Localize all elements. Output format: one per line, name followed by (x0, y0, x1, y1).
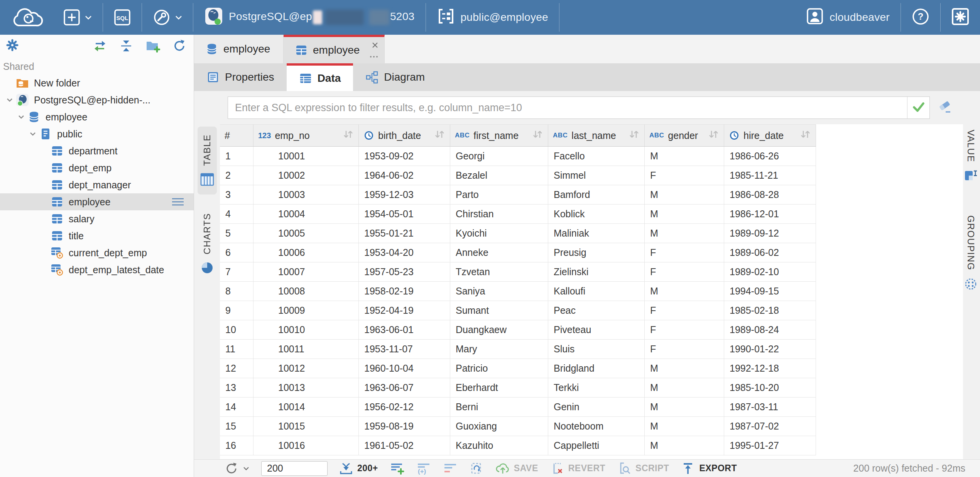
data-cell[interactable]: M (645, 282, 724, 301)
data-cell[interactable]: Peac (548, 301, 645, 320)
tree-item-dept-emp-latest-date[interactable]: dept_emp_latest_date (0, 261, 194, 278)
data-cell[interactable]: Anneke (450, 243, 548, 262)
data-cell[interactable]: 1957-05-23 (359, 262, 450, 281)
data-cell[interactable]: 1964-06-02 (359, 166, 450, 185)
data-cell[interactable]: M (645, 205, 724, 223)
chevron-down-icon[interactable] (15, 112, 27, 122)
data-cell[interactable]: 1989-06-02 (724, 243, 816, 262)
sort-icon[interactable] (708, 129, 719, 142)
data-cell[interactable]: 1987-07-02 (724, 417, 816, 436)
data-cell[interactable]: M (645, 224, 724, 243)
data-cell[interactable]: 10008 (253, 282, 359, 301)
editor-tab-employee[interactable]: employee (284, 35, 385, 63)
tree-item-department[interactable]: department (0, 142, 194, 159)
add-row-button[interactable] (384, 460, 410, 477)
data-cell[interactable]: F (645, 301, 724, 320)
tree-item-new-folder[interactable]: New folder (0, 74, 194, 91)
data-cell[interactable]: Bridgland (548, 359, 645, 378)
sort-icon[interactable] (342, 129, 354, 142)
data-cell[interactable]: Terkki (548, 378, 645, 397)
sort-icon[interactable] (628, 129, 640, 142)
sql-editor-button[interactable]: SQL (105, 0, 139, 35)
data-cell[interactable]: M (645, 436, 724, 455)
data-cell[interactable]: Eberhardt (450, 378, 548, 397)
item-menu-icon[interactable] (171, 196, 185, 210)
data-cell[interactable]: Nooteboom (548, 417, 645, 436)
data-cell[interactable]: 1985-11-21 (724, 166, 816, 185)
export-button[interactable]: EXPORT (675, 460, 743, 477)
connection-selector[interactable]: PostgreSQL@ep5203 (196, 0, 423, 35)
data-cell[interactable]: 1952-04-19 (359, 301, 450, 320)
gear-blue-button[interactable] (5, 38, 19, 52)
data-cell[interactable]: Cappelletti (548, 436, 645, 455)
data-cell[interactable]: 1959-08-19 (359, 417, 450, 436)
tree-item-dept-manager[interactable]: dept_manager (0, 176, 194, 193)
data-cell[interactable]: 10016 (253, 436, 359, 455)
data-cell[interactable]: Kazuhito (450, 436, 548, 455)
schema-selector[interactable]: public@employee (428, 0, 557, 35)
data-cell[interactable]: F (645, 243, 724, 262)
data-cell[interactable]: Genin (548, 398, 645, 416)
presentation-tab-table[interactable]: TABLE (198, 127, 217, 195)
data-cell[interactable]: 1954-05-01 (359, 205, 450, 223)
data-cell[interactable]: Saniya (450, 282, 548, 301)
more-icon[interactable] (369, 49, 379, 62)
chevron-down-icon[interactable] (4, 95, 15, 105)
tree-item-postgresql-ep-hidden-[interactable]: PostgreSQL@ep-hidden-... (0, 91, 194, 108)
data-cell[interactable]: 10006 (253, 243, 359, 262)
data-cell[interactable]: 1959-12-03 (359, 185, 450, 204)
data-cell[interactable]: 1963-06-01 (359, 320, 450, 339)
tree-item-current-dept-emp[interactable]: current_dept_emp (0, 244, 194, 261)
data-cell[interactable]: Facello (548, 147, 645, 166)
data-cell[interactable]: 10011 (253, 340, 359, 359)
data-cell[interactable]: 10001 (253, 147, 359, 166)
refresh-button[interactable] (172, 39, 187, 53)
tree-item-dept-emp[interactable]: dept_emp (0, 159, 194, 176)
data-cell[interactable]: 10015 (253, 417, 359, 436)
data-cell[interactable]: M (645, 147, 724, 166)
data-cell[interactable]: Koblick (548, 205, 645, 223)
tree-item-public[interactable]: public (0, 125, 194, 142)
data-cell[interactable]: Duangkaew (450, 320, 548, 339)
sort-icon[interactable] (799, 129, 811, 142)
data-cell[interactable]: 1953-09-02 (359, 147, 450, 166)
settings-button[interactable] (943, 0, 980, 35)
data-cell[interactable]: 10003 (253, 185, 359, 204)
tree-item-salary[interactable]: salary (0, 210, 194, 227)
collapse-all-button[interactable] (119, 39, 133, 53)
column-header-last_name[interactable]: ABClast_name (548, 125, 645, 146)
data-cell[interactable]: 1989-09-12 (724, 224, 816, 243)
sort-icon[interactable] (434, 129, 445, 142)
data-cell[interactable]: Chirstian (450, 205, 548, 223)
data-cell[interactable]: Berni (450, 398, 548, 416)
column-header-first_name[interactable]: ABCfirst_name (450, 125, 548, 146)
chevron-down-icon[interactable] (27, 129, 39, 139)
data-cell[interactable]: Sluis (548, 340, 645, 359)
data-cell[interactable]: 10009 (253, 301, 359, 320)
duplicate-row-button[interactable]: (+) (410, 460, 437, 477)
tree-item-title[interactable]: title (0, 227, 194, 244)
data-cell[interactable]: 1989-02-10 (724, 262, 816, 281)
data-cell[interactable]: Tzvetan (450, 262, 548, 281)
new-folder-button[interactable] (145, 39, 161, 53)
help-button[interactable]: ? (903, 0, 938, 35)
new-connection-button[interactable] (55, 0, 100, 35)
data-cell[interactable]: 1985-10-20 (724, 378, 816, 397)
cloudbeaver-logo[interactable] (8, 4, 46, 31)
data-cell[interactable]: M (645, 417, 724, 436)
sync-arrows-button[interactable] (93, 39, 107, 53)
data-cell[interactable]: Piveteau (548, 320, 645, 339)
data-cell[interactable]: M (645, 359, 724, 378)
data-cell[interactable]: M (645, 378, 724, 397)
fetch-page-button[interactable]: 200+ (333, 460, 384, 477)
tab-properties[interactable]: Properties (194, 63, 287, 91)
row-limit-input[interactable] (261, 461, 328, 476)
tab-diagram[interactable]: Diagram (353, 63, 437, 91)
data-cell[interactable]: 1958-02-19 (359, 282, 450, 301)
data-cell[interactable]: 1961-05-02 (359, 436, 450, 455)
data-cell[interactable]: 1990-01-22 (724, 340, 816, 359)
data-cell[interactable]: 10002 (253, 166, 359, 185)
data-cell[interactable]: 1995-01-27 (724, 436, 816, 455)
data-cell[interactable]: 1955-01-21 (359, 224, 450, 243)
data-cell[interactable]: Preusig (548, 243, 645, 262)
